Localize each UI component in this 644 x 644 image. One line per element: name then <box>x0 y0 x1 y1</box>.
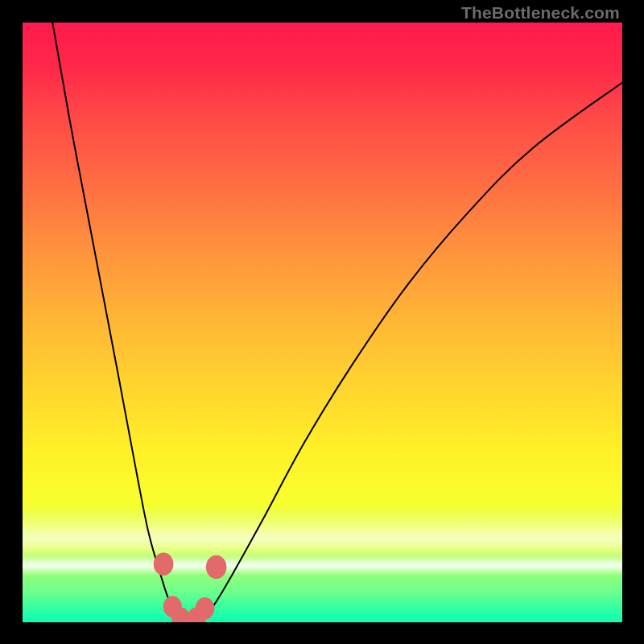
curve-marker <box>154 553 174 576</box>
watermark-label: TheBottleneck.com <box>461 3 620 23</box>
chart-plot-area <box>23 23 622 622</box>
bottleneck-curve <box>52 23 622 619</box>
curve-marker <box>206 555 227 579</box>
bottleneck-curve-svg <box>23 23 622 622</box>
curve-marker <box>196 597 215 620</box>
